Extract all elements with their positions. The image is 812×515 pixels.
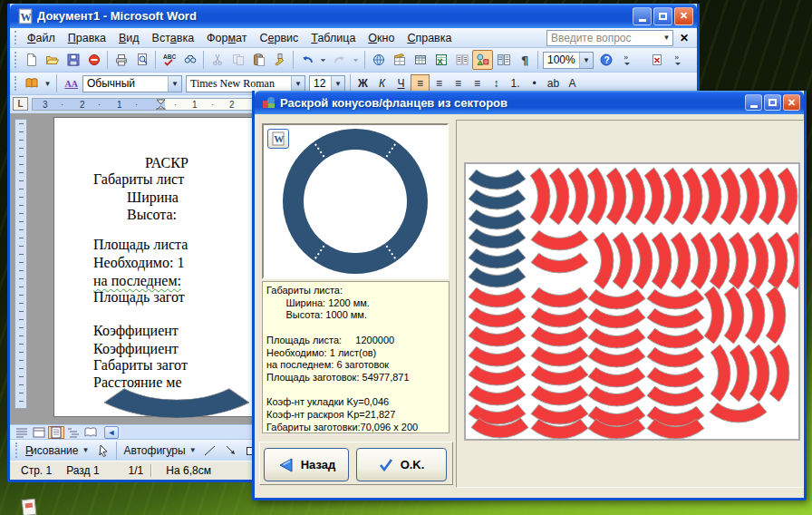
chevron-down-icon[interactable]: ▼ xyxy=(168,76,181,92)
permission-icon[interactable] xyxy=(83,50,104,70)
minimize-button[interactable] xyxy=(633,7,652,25)
spelling-icon[interactable]: ABC xyxy=(159,50,179,70)
drop-icon[interactable] xyxy=(317,50,329,70)
align-left-icon[interactable]: ≡ xyxy=(411,74,430,92)
open-icon[interactable] xyxy=(42,50,63,70)
zoom-combo[interactable]: 100%▼ xyxy=(543,52,594,69)
align-right-icon[interactable]: ≡ xyxy=(449,74,468,92)
cut-icon[interactable] xyxy=(207,50,227,70)
closefs-icon[interactable] xyxy=(646,50,667,70)
hyperlink-icon[interactable] xyxy=(368,50,389,70)
chevron-icon[interactable]: » xyxy=(616,50,637,70)
highlight-icon[interactable]: ab xyxy=(544,74,563,92)
view-web-button[interactable] xyxy=(31,426,47,439)
word-titlebar[interactable]: W Документ1 - Microsoft Word ✕ xyxy=(10,4,697,28)
document-arc-drawing[interactable] xyxy=(104,387,249,418)
view-normal-button[interactable] xyxy=(14,426,30,439)
chevron-down-icon[interactable]: ▼ xyxy=(579,53,593,68)
menu-item[interactable]: Правка xyxy=(62,30,112,46)
font-size-combo[interactable]: 12 ▼ xyxy=(309,75,345,92)
chevron-down-icon: ▼ xyxy=(189,446,197,454)
export-to-word-button[interactable]: W xyxy=(267,129,289,149)
ask-question-input[interactable]: Введите вопрос ▼ xyxy=(546,30,673,46)
toolbar-drag-handle[interactable] xyxy=(14,52,18,68)
print-icon[interactable] xyxy=(111,50,131,70)
new-icon[interactable] xyxy=(21,50,42,70)
view-outline-button[interactable] xyxy=(65,426,82,439)
toolbar-drag-handle[interactable] xyxy=(14,76,18,92)
painter-icon[interactable] xyxy=(269,50,290,70)
blank-sector xyxy=(663,168,683,225)
chevron-down-icon[interactable]: ▼ xyxy=(331,76,344,92)
menu-item[interactable]: Окно xyxy=(362,30,401,46)
help-icon[interactable]: ? xyxy=(595,50,616,70)
chevron-icon[interactable]: » xyxy=(667,50,688,70)
desktop-icon[interactable] xyxy=(20,498,40,515)
ok-button[interactable]: O.K. xyxy=(356,448,447,481)
drop-icon[interactable] xyxy=(350,50,362,70)
align-justify-icon[interactable]: ≡ xyxy=(468,74,487,92)
blank-sector xyxy=(469,248,526,268)
bullets-icon[interactable]: • xyxy=(525,74,544,92)
dialog-maximize-button[interactable] xyxy=(764,94,781,111)
dialog-close-button[interactable]: ✕ xyxy=(783,94,800,111)
save-icon[interactable] xyxy=(63,50,83,70)
menu-item[interactable]: Сервис xyxy=(254,30,305,46)
maximize-button[interactable] xyxy=(653,7,672,25)
styles-and-formatting-button[interactable]: АА xyxy=(60,73,81,93)
chevron-down-icon[interactable]: ▼ xyxy=(42,73,53,93)
line-tool-button[interactable] xyxy=(200,441,221,461)
table-icon[interactable] xyxy=(410,50,430,70)
drawing-icon[interactable] xyxy=(472,50,493,70)
menu-item[interactable]: Таблица xyxy=(304,30,362,46)
menu-item[interactable]: Файл xyxy=(21,30,62,46)
close-button[interactable]: ✕ xyxy=(674,7,693,25)
menu-item[interactable]: Вставка xyxy=(146,30,200,46)
columns-icon[interactable] xyxy=(451,50,472,70)
vertical-ruler[interactable] xyxy=(14,119,27,409)
underline-icon[interactable]: Ч xyxy=(392,74,411,92)
autoshapes-menu-button[interactable]: Автофигуры xyxy=(120,442,188,459)
blank-sector xyxy=(531,365,588,385)
menu-item[interactable]: Формат xyxy=(200,30,253,46)
zoom-value: 100% xyxy=(547,53,575,66)
view-print-button[interactable] xyxy=(48,426,64,439)
scroll-left-button[interactable]: ◄ xyxy=(104,426,119,439)
preview-icon[interactable] xyxy=(131,50,152,70)
back-button[interactable]: Назад xyxy=(264,448,349,481)
menu-item[interactable]: Справка xyxy=(401,30,458,46)
arrow-tool-button[interactable] xyxy=(221,441,242,461)
redo-icon[interactable] xyxy=(329,50,350,70)
font-color-icon[interactable]: А xyxy=(563,74,582,92)
read-mode-button[interactable] xyxy=(21,73,42,93)
undo-icon[interactable] xyxy=(296,50,317,70)
menu-item[interactable]: Вид xyxy=(112,30,146,46)
drawing-menu-label[interactable]: исование xyxy=(31,442,82,459)
chevron-down-icon[interactable]: ▼ xyxy=(291,76,304,92)
paste-icon[interactable] xyxy=(248,50,269,70)
indent-marker[interactable] xyxy=(156,99,166,111)
italic-icon[interactable]: К xyxy=(372,74,392,92)
dialog-titlebar[interactable]: Раскрой конусов/фланцев из секторов ✕ xyxy=(255,91,804,114)
menu-drag-handle[interactable] xyxy=(14,31,18,44)
select-objects-button[interactable] xyxy=(92,441,113,461)
bold-icon[interactable]: Ж xyxy=(353,74,372,92)
tab-selector[interactable]: L xyxy=(13,97,28,111)
style-combo[interactable]: Обычный ▼ xyxy=(82,75,182,92)
dialog-minimize-button[interactable] xyxy=(745,94,762,111)
excel-icon[interactable]: X xyxy=(430,50,451,70)
copy-icon[interactable] xyxy=(227,50,248,70)
pilcrow-icon[interactable]: ¶ xyxy=(514,50,535,70)
align-center-icon[interactable]: ≡ xyxy=(430,74,449,92)
docmap-icon[interactable] xyxy=(493,50,514,70)
font-combo[interactable]: Times New Roman ▼ xyxy=(186,75,305,92)
line-spacing-icon[interactable]: ↕ xyxy=(487,74,506,92)
close-document-icon[interactable]: ✕ xyxy=(677,32,691,44)
view-read-button[interactable] xyxy=(82,426,99,439)
toolbar-drag-handle[interactable] xyxy=(15,442,19,457)
research-icon[interactable] xyxy=(179,50,200,70)
chevron-down-icon[interactable]: ▼ xyxy=(661,31,672,45)
tables-borders-icon[interactable] xyxy=(389,50,410,70)
blank-sector xyxy=(469,307,526,327)
numbering-icon[interactable]: 1. xyxy=(506,74,525,92)
